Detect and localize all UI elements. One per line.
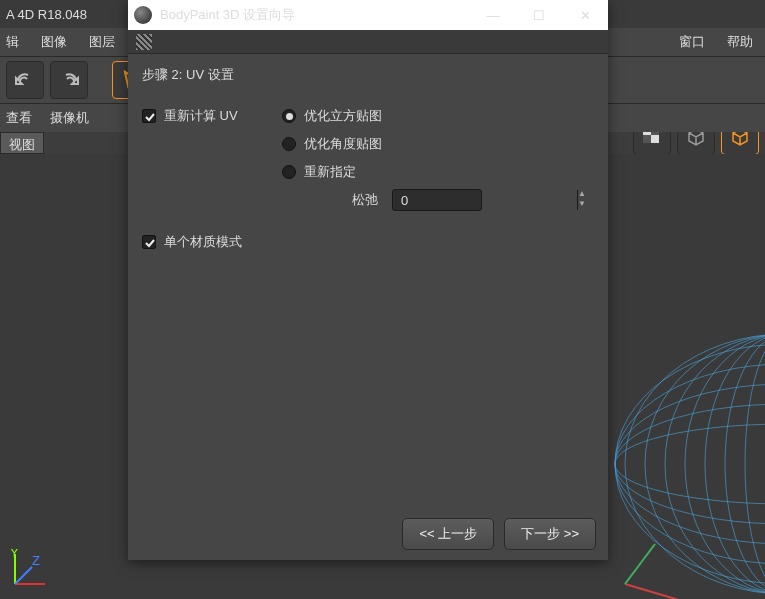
svg-line-22 — [15, 567, 32, 584]
dialog-toolbar-strip — [128, 30, 608, 54]
window-maximize-button[interactable]: ☐ — [516, 0, 562, 30]
next-button[interactable]: 下一步 >> — [504, 518, 596, 550]
axis-gizmo: Y Z — [10, 549, 50, 589]
step-title: 步骤 2: UV 设置 — [142, 66, 594, 84]
radio-cubic[interactable] — [282, 109, 296, 123]
svg-line-16 — [625, 584, 760, 599]
svg-point-8 — [615, 344, 765, 584]
radio-reassign-label: 重新指定 — [304, 163, 356, 181]
close-icon: ✕ — [580, 8, 591, 23]
recalc-uv-checkbox[interactable] — [142, 109, 156, 123]
redo-icon — [58, 69, 80, 91]
maximize-icon: ☐ — [533, 8, 545, 23]
radio-angle-label: 优化角度贴图 — [304, 135, 382, 153]
radio-angle[interactable] — [282, 137, 296, 151]
prev-button[interactable]: << 上一步 — [402, 518, 494, 550]
svg-line-18 — [625, 544, 655, 584]
radio-reassign[interactable] — [282, 165, 296, 179]
svg-point-5 — [615, 404, 765, 524]
viewport-tab[interactable]: 视图 — [0, 132, 44, 154]
svg-point-4 — [615, 424, 765, 504]
minimize-icon: — — [487, 8, 500, 23]
app-icon — [134, 6, 152, 24]
check-icon — [144, 237, 155, 248]
svg-point-7 — [615, 364, 765, 564]
dialog-title: BodyPaint 3D 设置向导 — [160, 6, 295, 24]
tool-undo[interactable] — [6, 61, 44, 99]
window-minimize-button[interactable]: — — [470, 0, 516, 30]
menu-view[interactable]: 查看 — [6, 109, 32, 127]
grip-icon[interactable] — [136, 34, 152, 50]
radio-cubic-label: 优化立方贴图 — [304, 107, 382, 125]
svg-text:Y: Y — [10, 549, 19, 560]
relax-spinner[interactable]: ▲ ▼ — [392, 189, 482, 211]
single-material-checkbox[interactable] — [142, 235, 156, 249]
menu-help[interactable]: 帮助 — [727, 33, 753, 51]
menu-image[interactable]: 图像 — [41, 33, 67, 51]
undo-icon — [14, 69, 36, 91]
single-material-label: 单个材质模式 — [164, 233, 242, 251]
radio-dot-icon — [286, 113, 293, 120]
menu-layer[interactable]: 图层 — [89, 33, 115, 51]
relax-input[interactable] — [393, 193, 577, 208]
menu-camera[interactable]: 摄像机 — [50, 109, 89, 127]
wireframe-mesh — [605, 334, 765, 599]
menu-window[interactable]: 窗口 — [679, 33, 705, 51]
viewport-tab-label: 视图 — [9, 137, 35, 152]
svg-point-6 — [615, 384, 765, 544]
app-title: A 4D R18.048 — [6, 7, 87, 22]
bodypaint-wizard-dialog: BodyPaint 3D 设置向导 — ☐ ✕ 步骤 2: UV 设置 重新计算… — [128, 0, 608, 560]
tool-redo[interactable] — [50, 61, 88, 99]
window-close-button[interactable]: ✕ — [562, 0, 608, 30]
svg-point-15 — [745, 334, 765, 594]
svg-rect-1 — [651, 135, 659, 143]
svg-rect-3 — [643, 135, 651, 143]
svg-text:Z: Z — [32, 553, 40, 568]
recalc-uv-label: 重新计算 UV — [164, 107, 238, 125]
relax-label: 松弛 — [282, 191, 392, 209]
check-icon — [144, 111, 155, 122]
spinner-down-icon[interactable]: ▼ — [578, 200, 586, 210]
menu-edit[interactable]: 辑 — [6, 33, 19, 51]
dialog-titlebar[interactable]: BodyPaint 3D 设置向导 — ☐ ✕ — [128, 0, 608, 30]
